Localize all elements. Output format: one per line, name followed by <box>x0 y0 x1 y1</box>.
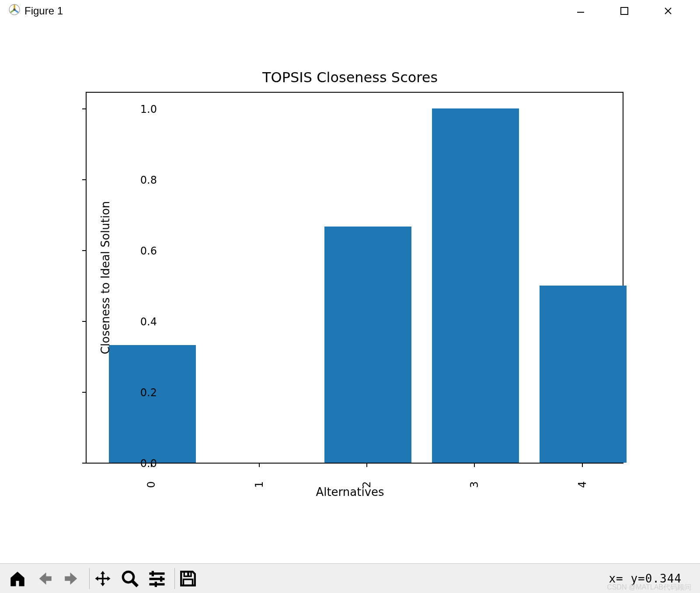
pan-button[interactable] <box>91 567 114 590</box>
svg-rect-8 <box>152 571 154 576</box>
maximize-button[interactable] <box>618 4 631 17</box>
plot-axes <box>86 92 623 464</box>
matplotlib-toolbar: x= y=0.344 <box>0 563 700 593</box>
figure-canvas[interactable]: TOPSIS Closeness Scores 0.0 0.2 0.4 0.6 … <box>0 22 700 563</box>
svg-point-4 <box>123 572 134 583</box>
svg-point-1 <box>13 8 15 10</box>
ytick-label: 1.0 <box>140 103 157 115</box>
xtick-mark <box>474 464 475 467</box>
chart-title: TOPSIS Closeness Scores <box>0 69 700 86</box>
close-button[interactable] <box>662 4 675 17</box>
forward-button[interactable] <box>60 567 83 590</box>
window-titlebar: Figure 1 <box>0 0 700 22</box>
ytick-mark <box>82 392 86 393</box>
ytick-mark <box>82 179 86 180</box>
bar-4 <box>540 286 627 463</box>
watermark-text: CSDN @MATLAB代码顾问 <box>607 583 691 592</box>
svg-rect-12 <box>187 572 189 576</box>
y-axis-label: Closeness to Ideal Solution <box>99 201 112 355</box>
toolbar-separator <box>174 568 175 589</box>
ytick-mark <box>82 108 86 109</box>
bar-2 <box>324 227 411 463</box>
toolbar-separator <box>89 568 90 589</box>
zoom-button[interactable] <box>118 567 141 590</box>
window-title: Figure 1 <box>24 5 63 17</box>
ytick-label: 0.2 <box>140 387 157 399</box>
bar-3 <box>432 108 519 463</box>
svg-rect-3 <box>621 7 628 14</box>
svg-rect-10 <box>155 582 157 587</box>
home-button[interactable] <box>6 567 29 590</box>
xtick-mark <box>259 464 260 467</box>
configure-subplots-button[interactable] <box>146 567 168 590</box>
titlebar-left: Figure 1 <box>9 4 63 18</box>
ytick-mark <box>82 321 86 322</box>
ytick-label: 0.0 <box>140 457 157 470</box>
x-axis-label: Alternatives <box>0 485 700 499</box>
ytick-label: 0.4 <box>140 316 157 328</box>
minimize-button[interactable] <box>574 4 587 17</box>
back-button[interactable] <box>33 567 56 590</box>
ytick-label: 0.8 <box>140 174 157 186</box>
svg-rect-9 <box>160 576 162 581</box>
xtick-mark <box>582 464 583 467</box>
svg-rect-2 <box>577 12 584 13</box>
bar-0 <box>109 345 196 463</box>
app-icon <box>9 4 20 18</box>
xtick-mark <box>366 464 367 467</box>
save-button[interactable] <box>177 567 199 590</box>
ytick-mark <box>82 250 86 251</box>
ytick-label: 0.6 <box>140 245 157 257</box>
window-controls <box>574 4 697 17</box>
xtick-mark <box>151 464 152 467</box>
ytick-mark <box>82 463 86 464</box>
